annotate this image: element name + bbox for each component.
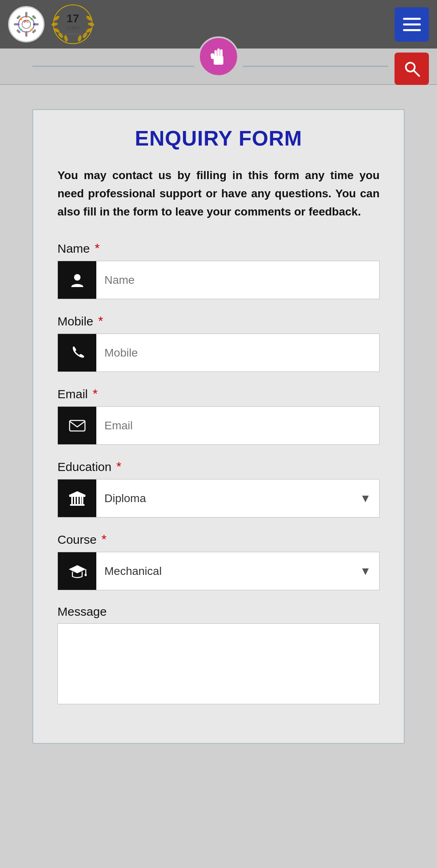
education-select-wrapper: Diploma Bachelor Master PhD Other ▼ (96, 479, 379, 517)
svg-text:IPC: IPC (23, 20, 29, 23)
svg-rect-43 (69, 495, 85, 497)
email-input[interactable] (96, 407, 379, 444)
mobile-label: Mobile * (57, 314, 380, 329)
email-field-group: Email * (57, 386, 380, 445)
svg-rect-45 (74, 497, 76, 504)
svg-text:17: 17 (66, 12, 79, 25)
name-input[interactable] (96, 261, 379, 299)
svg-point-40 (74, 274, 81, 281)
svg-point-14 (31, 29, 33, 31)
course-field-group: Course * Mechanical Electrical Civil (57, 532, 380, 590)
svg-point-52 (85, 574, 87, 576)
message-input-wrapper (57, 623, 380, 704)
email-label: Email * (57, 386, 380, 401)
menu-icon-line2 (403, 23, 421, 25)
education-icon (58, 479, 96, 517)
name-required: * (95, 241, 100, 256)
person-icon (58, 261, 96, 299)
education-label: Education * (57, 459, 380, 474)
email-icon (58, 407, 96, 444)
svg-rect-34 (214, 50, 217, 57)
email-input-wrapper (57, 406, 380, 445)
svg-point-18 (20, 18, 22, 20)
course-select-wrapper: Mechanical Electrical Civil Computer Sci… (96, 552, 379, 590)
touch-icon (198, 36, 239, 77)
svg-marker-49 (68, 491, 86, 495)
course-select[interactable]: Mechanical Electrical Civil Computer Sci… (96, 552, 379, 590)
menu-icon-line3 (403, 29, 421, 31)
mobile-input-wrapper (57, 334, 380, 372)
form-description: You may contact us by filling in this fo… (57, 167, 380, 221)
course-label: Course * (57, 532, 380, 547)
svg-rect-44 (71, 497, 73, 504)
message-textarea[interactable] (58, 624, 379, 704)
menu-button[interactable] (395, 7, 429, 42)
svg-point-26 (87, 22, 94, 27)
education-select[interactable]: Diploma Bachelor Master PhD Other (96, 479, 379, 517)
svg-point-12 (31, 18, 33, 20)
svg-rect-46 (77, 497, 78, 504)
phone-icon (58, 334, 96, 372)
svg-text:YEARS: YEARS (66, 26, 80, 30)
name-field-group: Name * (57, 241, 380, 299)
svg-point-13 (33, 23, 35, 25)
form-container: ENQUIRY FORM You may contact us by filli… (32, 109, 405, 744)
menu-icon-line1 (403, 18, 421, 20)
svg-rect-36 (220, 49, 223, 57)
svg-rect-35 (217, 49, 220, 57)
search-button[interactable] (395, 53, 429, 85)
course-icon (58, 552, 96, 590)
svg-point-11 (25, 15, 27, 17)
email-required: * (93, 386, 98, 401)
divider-right (243, 66, 388, 67)
svg-rect-42 (70, 504, 85, 506)
svg-point-16 (20, 29, 22, 31)
svg-marker-50 (69, 565, 86, 573)
mobile-required: * (98, 314, 103, 329)
svg-rect-48 (82, 497, 83, 504)
name-input-wrapper (57, 261, 380, 299)
mobile-input[interactable] (96, 334, 379, 372)
svg-rect-41 (70, 420, 85, 431)
name-label: Name * (57, 241, 380, 256)
svg-rect-47 (80, 497, 81, 504)
message-field-group: Message (57, 605, 380, 704)
mobile-field-group: Mobile * (57, 314, 380, 372)
svg-point-15 (25, 31, 27, 33)
divider-left (32, 66, 194, 67)
svg-point-17 (17, 23, 19, 25)
form-title: ENQUIRY FORM (57, 126, 380, 150)
svg-line-39 (414, 70, 419, 76)
years-badge: 17 YEARS EXPERIENCE (49, 2, 97, 46)
education-field-group: Education * Dipl (57, 459, 380, 517)
svg-text:EXPERIENCE: EXPERIENCE (62, 32, 83, 36)
svg-rect-37 (210, 53, 215, 59)
course-required: * (102, 532, 106, 547)
education-required: * (116, 459, 121, 474)
education-input-wrapper: Diploma Bachelor Master PhD Other ▼ (57, 479, 380, 517)
course-input-wrapper: Mechanical Electrical Civil Computer Sci… (57, 552, 380, 590)
sub-header (0, 49, 437, 85)
ipc-logo: IPC (8, 6, 45, 42)
svg-point-21 (51, 22, 58, 27)
message-label: Message (57, 605, 380, 619)
